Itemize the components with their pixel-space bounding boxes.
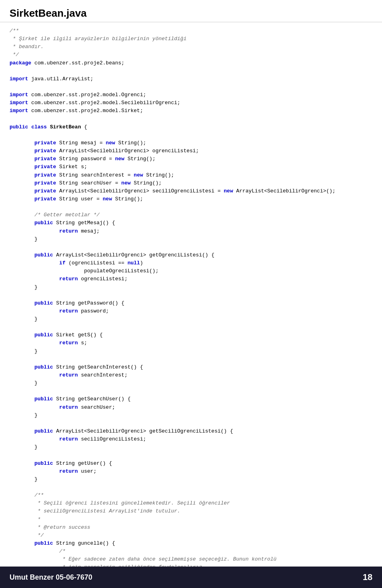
kw-private5: private	[34, 172, 56, 178]
kw-return7: return	[59, 436, 78, 442]
kw-pub1: public	[34, 220, 53, 226]
kw-return8: return	[59, 468, 78, 474]
kw-package: package	[10, 60, 31, 66]
kw-public: public	[10, 124, 28, 130]
kw-pub6: public	[34, 396, 53, 402]
kw-import2: import	[10, 92, 28, 98]
kw-return3: return	[59, 308, 78, 314]
kw-pub7: public	[34, 428, 53, 434]
kw-return5: return	[59, 372, 78, 378]
kw-import1: import	[10, 76, 28, 82]
kw-pub9: public	[34, 540, 53, 546]
kw-new2: new	[115, 156, 124, 162]
kw-new1: new	[106, 140, 115, 146]
author-name: Umut Benzer 05-06-7670	[10, 573, 92, 582]
kw-private3: private	[34, 156, 56, 162]
kw-private6: private	[34, 180, 56, 186]
kw-import3: import	[10, 100, 28, 106]
kw-if1: if	[59, 260, 66, 266]
kw-new3: new	[134, 172, 143, 178]
code-block: /** * Şirket ile ilgili arayüzlerin bilg…	[0, 22, 382, 588]
kw-private7: private	[34, 188, 56, 194]
classname: SirketBean	[50, 124, 81, 130]
kw-return4: return	[59, 340, 78, 346]
page-footer: Umut Benzer 05-06-7670 18	[0, 567, 382, 588]
page-number: 18	[363, 572, 372, 582]
comment-getter: /* Getter metotlar */	[34, 212, 99, 218]
kw-new6: new	[103, 196, 112, 202]
kw-pub5: public	[34, 364, 53, 370]
kw-return2: return	[59, 276, 78, 282]
kw-return6: return	[59, 404, 78, 410]
kw-private2: private	[34, 148, 56, 154]
kw-import4: import	[10, 108, 28, 114]
kw-pub4: public	[34, 332, 53, 338]
kw-private4: private	[34, 164, 56, 170]
kw-new5: new	[224, 188, 233, 194]
kw-private8: private	[34, 196, 56, 202]
page-header: SirketBean.java	[0, 0, 382, 22]
page-title: SirketBean.java	[10, 7, 372, 19]
kw-return1: return	[59, 228, 78, 234]
kw-null1: null	[127, 260, 140, 266]
comment-line: /** * Şirket ile ilgili arayüzlerin bilg…	[10, 28, 187, 58]
kw-private1: private	[34, 140, 56, 146]
comment-javadoc1: /** * Seçili öğrenci listesini güncellem…	[10, 492, 230, 538]
kw-new4: new	[121, 180, 131, 186]
kw-pub3: public	[34, 300, 53, 306]
kw-class: class	[31, 124, 47, 130]
kw-pub2: public	[34, 252, 53, 258]
kw-pub8: public	[34, 460, 53, 466]
